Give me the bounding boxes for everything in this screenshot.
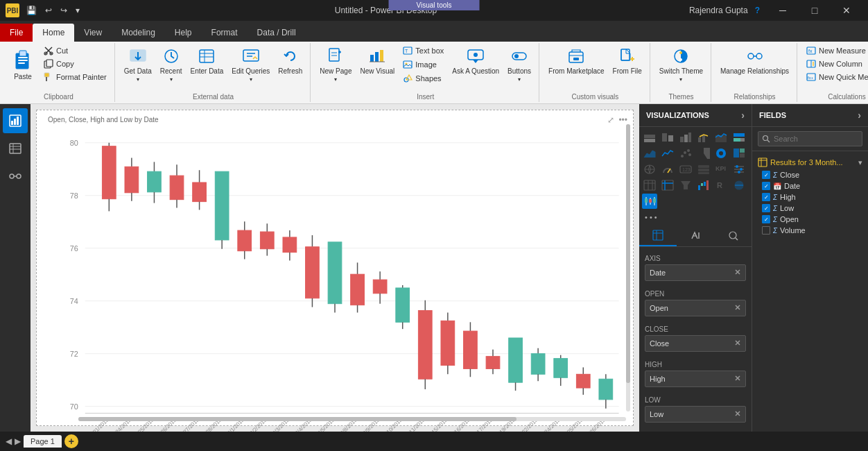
field-checkbox-close[interactable]: ✓ <box>762 171 770 179</box>
tab-help[interactable]: Help <box>165 24 202 42</box>
refresh-button[interactable]: Refresh <box>275 44 306 77</box>
low-remove[interactable] <box>734 409 741 419</box>
viz-icon-kpi[interactable]: KPI <box>713 162 729 177</box>
viz-icon-line-clustered[interactable] <box>696 130 711 145</box>
viz-icon-line[interactable] <box>660 146 675 161</box>
fields-group-header-results[interactable]: Results for 3 Month... ▾ <box>756 155 864 169</box>
viz-icon-scatter[interactable] <box>678 146 693 161</box>
field-checkbox-open[interactable]: ✓ <box>762 215 770 223</box>
help-icon[interactable]: ? <box>755 6 760 15</box>
field-item-close[interactable]: ✓ Σ Close <box>756 169 864 180</box>
viz-icon-card[interactable]: 123 <box>678 162 693 177</box>
field-checkbox-high[interactable]: ✓ <box>762 193 770 201</box>
viz-icon-table[interactable] <box>642 178 657 193</box>
axis-date-field[interactable]: Date <box>645 264 746 281</box>
field-checkbox-date[interactable]: ✓ <box>762 182 770 190</box>
more-visualizations[interactable]: • • • <box>639 212 752 223</box>
high-field[interactable]: High <box>645 371 746 387</box>
chart-expand-icon[interactable]: ⤢ <box>607 115 614 125</box>
add-page-button[interactable]: + <box>64 434 78 448</box>
undo-button[interactable]: ↩ <box>42 4 55 17</box>
visualizations-expand[interactable]: › <box>741 110 745 121</box>
chart-container[interactable]: Open, Close, High and Low by Date ⤢ ••• … <box>36 110 634 426</box>
field-item-high[interactable]: ✓ Σ High <box>756 192 864 203</box>
viz-icon-funnel[interactable] <box>678 178 693 193</box>
buttons-button[interactable]: Buttons ▾ <box>504 44 535 85</box>
field-checkbox-volume[interactable] <box>762 226 770 235</box>
ask-question-button[interactable]: Ask A Question <box>449 44 503 77</box>
redo-button[interactable]: ↪ <box>58 4 70 17</box>
viz-icon-globe[interactable] <box>731 178 747 193</box>
viz-icon-map[interactable] <box>642 162 657 177</box>
viz-icon-stacked-bar2[interactable] <box>678 130 693 145</box>
tab-file[interactable]: File <box>0 24 33 42</box>
minimize-button[interactable]: ─ <box>767 0 799 21</box>
close-button[interactable]: ✕ <box>831 0 862 21</box>
close-remove[interactable] <box>734 339 741 348</box>
viz-icon-clustered-bar[interactable] <box>660 130 675 145</box>
switch-theme-button[interactable]: Switch Theme ▾ <box>656 44 706 85</box>
maximize-button[interactable]: □ <box>799 0 831 21</box>
field-item-date[interactable]: ✓ 📅 Date <box>756 180 864 192</box>
copy-button[interactable]: Copy <box>40 58 110 70</box>
get-data-button[interactable]: Get Data ▾ <box>121 44 155 85</box>
shapes-button[interactable]: Shapes <box>399 72 447 85</box>
high-remove[interactable] <box>734 374 741 384</box>
viz-icon-100pct-bar[interactable] <box>731 130 747 145</box>
field-item-low[interactable]: ✓ Σ Low <box>756 203 864 214</box>
viz-icon-stacked-bar[interactable] <box>642 130 657 145</box>
save-button[interactable]: 💾 <box>24 4 40 17</box>
viz-icon-r-visual[interactable]: R <box>713 178 729 193</box>
new-column-button[interactable]: New Column <box>803 58 866 70</box>
image-button[interactable]: Image <box>399 58 447 71</box>
new-quick-measure-button[interactable]: fx+ New Quick Measure <box>803 71 868 83</box>
open-field[interactable]: Open <box>645 300 746 316</box>
tab-modeling[interactable]: Modeling <box>112 24 165 42</box>
viz-icon-pie[interactable] <box>696 146 711 161</box>
chart-more-icon[interactable]: ••• <box>618 115 627 125</box>
viz-icon-gauge[interactable] <box>660 162 675 177</box>
axis-date-remove[interactable] <box>734 268 741 278</box>
close-field[interactable]: Close <box>645 335 746 352</box>
page-nav-left[interactable]: ◀ <box>6 436 12 446</box>
field-item-volume[interactable]: Σ Volume <box>756 225 864 236</box>
dropdown-arrow[interactable]: ▾ <box>73 4 83 17</box>
manage-relationships-button[interactable]: Manage Relationships <box>717 44 792 77</box>
new-measure-button[interactable]: fx New Measure <box>803 44 868 57</box>
viz-icon-waterfall[interactable] <box>696 178 711 193</box>
edit-queries-button[interactable]: Edit Queries ▾ <box>228 44 273 85</box>
tab-home[interactable]: Home <box>33 24 74 42</box>
format-painter-button[interactable]: Format Painter <box>40 71 110 83</box>
enter-data-button[interactable]: Enter Data <box>186 44 227 77</box>
viz-icon-treemap[interactable] <box>731 146 747 161</box>
page-nav-right[interactable]: ▶ <box>15 436 21 446</box>
sidebar-icon-data[interactable] <box>3 136 28 161</box>
fields-expand[interactable]: › <box>858 110 861 121</box>
tab-format[interactable]: Format <box>202 24 248 42</box>
viz-tab-fields[interactable] <box>639 226 677 246</box>
recent-sources-button[interactable]: Recent ▾ <box>157 44 186 85</box>
page-tab-1[interactable]: Page 1 <box>24 435 62 448</box>
new-visual-button[interactable]: New Visual <box>356 44 398 77</box>
sidebar-icon-relationships[interactable] <box>3 164 28 189</box>
field-checkbox-low[interactable]: ✓ <box>762 204 770 212</box>
new-page-button[interactable]: New Page ▾ <box>316 44 355 85</box>
sidebar-icon-report[interactable] <box>3 108 28 133</box>
viz-tab-format[interactable] <box>677 226 714 246</box>
from-file-button[interactable]: From File <box>609 44 645 77</box>
viz-tab-analytics[interactable] <box>714 226 752 246</box>
tab-view[interactable]: View <box>74 24 112 42</box>
viz-icon-line-stacked[interactable] <box>713 130 729 145</box>
paste-button[interactable]: Paste <box>7 44 39 83</box>
cut-button[interactable]: Cut <box>40 44 110 57</box>
viz-icon-slicer[interactable] <box>731 162 747 177</box>
fields-search-input[interactable] <box>758 131 862 146</box>
open-remove[interactable] <box>734 303 741 313</box>
viz-icon-donut[interactable] <box>713 146 729 161</box>
low-field[interactable]: Low <box>645 406 746 423</box>
viz-icon-multirow-card[interactable] <box>696 162 711 177</box>
field-item-open[interactable]: ✓ Σ Open <box>756 214 864 225</box>
tab-data-drill[interactable]: Data / Drill <box>248 24 306 42</box>
viz-icon-area[interactable] <box>642 146 657 161</box>
from-marketplace-button[interactable]: From Marketplace <box>545 44 608 77</box>
